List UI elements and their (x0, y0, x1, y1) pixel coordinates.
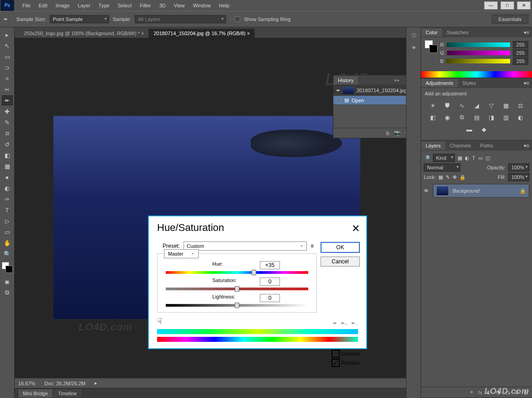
minimize-button[interactable]: — (484, 1, 498, 10)
g-value[interactable]: 255 (513, 49, 528, 57)
levels-icon[interactable]: ⛊ (443, 102, 452, 109)
hue-slider[interactable] (166, 271, 308, 274)
eyedropper-minus-icon[interactable]: ✒₋ (351, 320, 358, 326)
workspace-essentials-button[interactable]: Essentials (492, 15, 528, 24)
hue-input[interactable] (260, 261, 280, 269)
bw-icon[interactable]: ◧ (429, 114, 437, 121)
shape-tool-icon[interactable]: ▭ (2, 227, 13, 237)
filter-adjust-icon[interactable]: ◐ (465, 155, 469, 161)
hand-tool-icon[interactable]: ✋ (2, 238, 13, 248)
collapsed-panel-icon[interactable]: ◈ (412, 44, 416, 50)
channel-mixer-icon[interactable]: ⧉ (458, 114, 466, 121)
mini-bridge-tab[interactable]: Mini Bridge (18, 389, 53, 398)
channel-dropdown[interactable]: Master⌄ (164, 249, 199, 258)
move-tool-icon[interactable]: ↖ (2, 41, 13, 51)
menu-3d[interactable]: 3D (155, 1, 170, 10)
saturation-slider[interactable] (166, 288, 308, 290)
filter-pixel-icon[interactable]: ▦ (458, 155, 462, 161)
close-window-button[interactable]: ✕ (517, 1, 531, 10)
screenmode-tool-icon[interactable]: ⧉ (2, 288, 13, 298)
filter-smart-icon[interactable]: ◫ (485, 155, 490, 161)
healing-tool-icon[interactable]: ✚ (2, 106, 13, 116)
expand-handle-icon[interactable]: ▸ (2, 30, 13, 40)
g-slider[interactable] (447, 51, 510, 55)
adjustments-tab[interactable]: Adjustments (421, 79, 458, 87)
new-document-icon[interactable]: ⎘ (386, 131, 390, 136)
preview-checkbox[interactable]: ✓ (332, 359, 340, 367)
r-slider[interactable] (447, 42, 510, 47)
mask-icon[interactable]: ◐ (487, 389, 491, 395)
photo-filter-icon[interactable]: ◉ (443, 114, 452, 121)
maximize-button[interactable]: □ (500, 1, 514, 10)
layer-item[interactable]: Background 🔒 (433, 184, 529, 198)
menu-filter[interactable]: Filter (136, 1, 155, 10)
link-icon[interactable]: ⚭ (469, 389, 474, 395)
hue-sat-icon[interactable]: ▦ (502, 102, 510, 109)
menu-window[interactable]: Window (189, 1, 215, 10)
preset-dropdown[interactable]: Custom⌄ (184, 241, 307, 251)
panel-menu-icon[interactable]: ▾≡ (403, 77, 406, 83)
balance-icon[interactable]: ⚖ (516, 102, 525, 109)
spectrum-ramp[interactable] (421, 71, 532, 78)
history-brush-tool-icon[interactable]: ↺ (2, 139, 13, 149)
lock-all-icon[interactable]: 🔒 (459, 174, 466, 180)
lock-position-icon[interactable]: ✥ (453, 174, 457, 180)
lock-transparent-icon[interactable]: ▦ (438, 174, 443, 180)
gradient-tool-icon[interactable]: ▦ (2, 161, 13, 171)
stamp-tool-icon[interactable]: ⧈ (2, 128, 13, 138)
gradient-map-icon[interactable]: ▬ (465, 126, 474, 133)
foreground-background-swatch[interactable] (2, 262, 13, 273)
show-sampling-ring-checkbox[interactable] (235, 16, 240, 22)
posterize-icon[interactable]: ▥ (502, 114, 510, 121)
document-tab[interactable]: 20180714_150204.jpg @ 16.7% (RGB/8) × (149, 29, 255, 38)
canvas-area[interactable]: LO4D.com LO4D.com History ▸▸ ▾≡ ✒ 201807… (15, 38, 406, 378)
camera-icon[interactable]: 📷 (394, 130, 400, 136)
pen-tool-icon[interactable]: ✑ (2, 194, 13, 204)
lookup-icon[interactable]: ▤ (473, 114, 481, 121)
eyedropper-tool-icon[interactable]: ✒ (2, 95, 13, 105)
timeline-tab[interactable]: Timeline (53, 389, 81, 398)
threshold-icon[interactable]: ◐ (516, 114, 525, 121)
fx-icon[interactable]: fx (478, 390, 482, 395)
exposure-icon[interactable]: ◢ (473, 102, 481, 109)
swatches-tab[interactable]: Swatches (442, 28, 473, 37)
menu-layer[interactable]: Layer (74, 1, 95, 10)
lightness-slider[interactable] (166, 304, 308, 307)
saturation-input[interactable] (260, 278, 280, 286)
filter-kind-dropdown[interactable]: Kind (433, 154, 455, 162)
eyedropper-plus-icon[interactable]: ✒₊ (341, 320, 348, 326)
zoom-tool-icon[interactable]: 🔍 (2, 249, 13, 259)
visibility-icon[interactable]: 👁 (424, 188, 430, 194)
menu-view[interactable]: View (170, 1, 189, 10)
group-icon[interactable]: 🗀 (505, 390, 510, 395)
lasso-tool-icon[interactable]: ⊃ (2, 63, 13, 73)
history-tab[interactable]: History (333, 76, 358, 84)
zoom-level[interactable]: 16.67% (18, 381, 35, 386)
path-select-tool-icon[interactable]: ▷ (2, 216, 13, 226)
menu-select[interactable]: Select (114, 1, 136, 10)
trash-icon[interactable]: 🗑 (523, 390, 528, 395)
colorize-checkbox[interactable] (332, 350, 340, 358)
brush-tool-icon[interactable]: ✎ (2, 117, 13, 127)
b-value[interactable]: 255 (513, 58, 528, 65)
menu-type[interactable]: Type (95, 1, 114, 10)
marquee-tool-icon[interactable]: ▭ (2, 52, 13, 62)
dialog-close-button[interactable]: ✕ (352, 223, 360, 235)
collapsed-panel-icon[interactable]: ◫ (411, 32, 416, 38)
b-slider[interactable] (446, 59, 510, 63)
panel-menu-icon[interactable]: ▾≡ (521, 80, 532, 86)
invert-icon[interactable]: ◨ (487, 114, 495, 121)
lock-paint-icon[interactable]: ✎ (446, 174, 450, 180)
vibrance-icon[interactable]: ▽ (487, 102, 495, 109)
trash-icon[interactable]: 🗑 (405, 131, 406, 136)
new-layer-icon[interactable]: ⊞ (515, 389, 519, 395)
preset-menu-icon[interactable]: ≡ (311, 243, 314, 249)
history-snapshot[interactable]: ✒ 20180714_150204.jpg (333, 85, 406, 96)
quickmask-tool-icon[interactable]: ◙ (2, 277, 13, 287)
styles-tab[interactable]: Styles (458, 79, 481, 87)
menu-image[interactable]: Image (52, 1, 74, 10)
sample-size-dropdown[interactable]: Point Sample (50, 15, 109, 23)
menu-edit[interactable]: Edit (35, 1, 52, 10)
hand-icon[interactable]: ☟ (157, 316, 162, 326)
fill-input[interactable]: 100% (508, 173, 529, 181)
